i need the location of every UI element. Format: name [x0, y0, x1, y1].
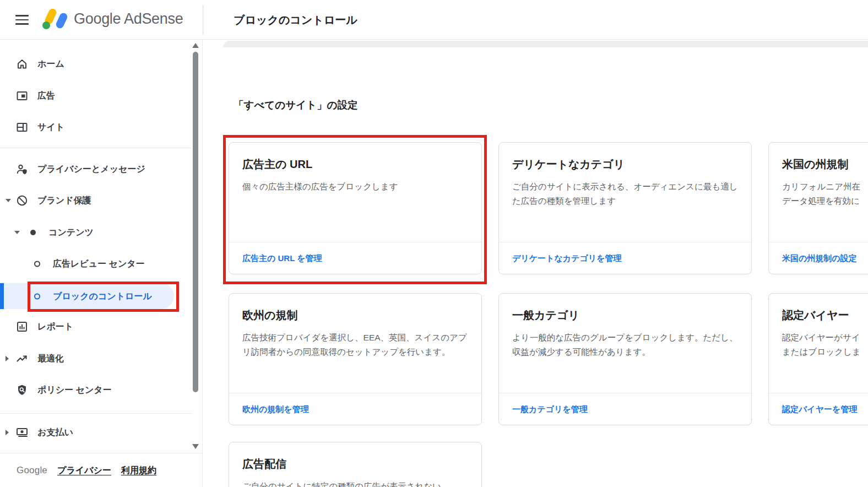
sidebar-item-sites[interactable]: サイト — [0, 112, 192, 143]
card-description: ご自分のサイトに表示される、オーディエンスに最も適した広告の種類を管理します — [512, 180, 738, 208]
collapse-caret-icon[interactable] — [6, 199, 11, 202]
sidebar-divider — [0, 413, 192, 414]
card-title: 米国の州規制 — [782, 157, 868, 172]
sidebar-item-label: 最適化 — [37, 353, 64, 365]
sidebar-item-policy-center[interactable]: ポリシー センター — [0, 375, 192, 405]
expand-caret-icon[interactable] — [6, 430, 9, 435]
sidebar-item-label: ブロックのコントロール — [53, 291, 152, 302]
app-name: Google AdSense — [74, 10, 183, 28]
content-dot-icon — [26, 226, 40, 239]
card-description: 個々の広告主様の広告をブロックします — [242, 180, 468, 194]
sidebar-item-label: お支払い — [37, 427, 73, 439]
header-divider — [203, 5, 203, 35]
adsense-logo-icon — [42, 7, 70, 33]
app-header: Google AdSense ブロックのコントロール — [0, 0, 868, 40]
google-brand-text: Google — [17, 465, 47, 476]
card-title: 広告配信 — [242, 457, 468, 472]
scrollbar-down-arrow[interactable] — [192, 444, 199, 449]
card-us-state-regulations: 米国の州規制 カリフォルニア州在 データ処理を有効に 米国の州規制の設定 — [768, 142, 868, 274]
sidebar-item-content[interactable]: コンテンツ — [0, 217, 192, 248]
sidebar-item-label: サイト — [37, 122, 64, 133]
menu-icon[interactable] — [15, 15, 29, 25]
sidebar-footer-divider — [0, 453, 203, 453]
terms-link[interactable]: 利用規約 — [121, 465, 156, 477]
card-title: 認定バイヤー — [782, 308, 868, 323]
card-european-regulations: 欧州の規制 広告技術プロバイダを選択し、EEA、英国、スイスのアプリ訪問者からの… — [229, 293, 482, 425]
card-footer: 一般カテゴリを管理 — [499, 393, 751, 425]
us-state-regulations-settings-link[interactable]: 米国の州規制の設定 — [782, 253, 857, 264]
card-title: デリケートなカテゴリ — [512, 157, 738, 172]
policy-center-icon — [15, 383, 29, 397]
sidebar-item-label: プライバシーとメッセージ — [37, 164, 145, 175]
card-footer: 米国の州規制の設定 — [769, 242, 868, 274]
manage-general-categories-link[interactable]: 一般カテゴリを管理 — [512, 404, 588, 415]
sidebar-item-ad-review-center[interactable]: 広告レビュー センター — [0, 248, 192, 279]
sidebar-item-home[interactable]: ホーム — [0, 48, 192, 79]
payments-icon — [15, 426, 29, 439]
main-content: 「すべてのサイト」の設定 広告主の URL 個々の広告主様の広告をブロックします… — [203, 40, 868, 487]
sidebar-item-label: 広告 — [37, 90, 55, 102]
sidebar-item-reports[interactable]: レポート — [0, 311, 192, 342]
sidebar-item-brand-safety[interactable]: ブランド保護 — [0, 185, 192, 216]
card-sensitive-categories: デリケートなカテゴリ ご自分のサイトに表示される、オーディエンスに最も適した広告… — [498, 142, 752, 274]
sidebar-item-privacy-messaging[interactable]: プライバシーとメッセージ — [0, 154, 192, 185]
sidebar-divider — [0, 148, 192, 148]
card-title: 一般カテゴリ — [512, 308, 738, 323]
card-description: 認定バイヤーがサイ またはブロックしま — [782, 331, 868, 359]
manage-sensitive-categories-link[interactable]: デリケートなカテゴリを管理 — [512, 253, 622, 264]
card-description: より一般的な広告のグループをブロックします。ただし、収益が減少する可能性がありま… — [512, 331, 738, 359]
circle-bullet-icon — [34, 294, 40, 300]
optimization-icon — [15, 352, 29, 365]
card-title: 欧州の規制 — [242, 308, 468, 323]
card-certified-buyers: 認定バイヤー 認定バイヤーがサイ またはブロックしま 認定バイヤーを管理 — [768, 293, 868, 425]
scrollbar-up-arrow[interactable] — [192, 43, 199, 48]
card-advertiser-urls: 広告主の URL 個々の広告主様の広告をブロックします 広告主の URL を管理 — [229, 142, 482, 274]
content-top-strip — [223, 41, 868, 47]
sidebar-item-label: コンテンツ — [48, 227, 94, 239]
card-footer: 認定バイヤーを管理 — [769, 393, 868, 425]
card-description: カリフォルニア州在 データ処理を有効に — [782, 180, 868, 208]
sidebar-item-label: ポリシー センター — [37, 385, 112, 396]
privacy-messaging-icon — [15, 163, 29, 176]
scrollbar-thumb[interactable] — [193, 52, 198, 392]
privacy-link[interactable]: プライバシー — [57, 465, 111, 477]
sidebar-item-label: レポート — [37, 321, 73, 333]
reports-icon — [15, 320, 29, 333]
brand-safety-icon — [15, 194, 29, 207]
card-description: ご自分のサイトに特定の種類の広告が表示されない — [242, 479, 468, 487]
card-footer: 広告主の URL を管理 — [229, 242, 481, 274]
manage-european-regulations-link[interactable]: 欧州の規制を管理 — [242, 404, 309, 415]
sidebar-footer: Google プライバシー 利用規約 — [17, 461, 156, 480]
sites-icon — [15, 121, 29, 134]
card-description: 広告技術プロバイダを選択し、EEA、英国、スイスのアプリ訪問者からの同意取得のセ… — [242, 331, 468, 359]
card-ad-serving: 広告配信 ご自分のサイトに特定の種類の広告が表示されない — [229, 442, 482, 487]
sidebar-item-label: ホーム — [37, 58, 64, 70]
sidebar: ホーム 広告 サイト プライバシーとメッセージ ブランド保護 コンテンツ — [0, 40, 203, 487]
card-title: 広告主の URL — [242, 157, 468, 172]
sidebar-item-optimization[interactable]: 最適化 — [0, 343, 192, 374]
circle-bullet-icon — [34, 261, 40, 267]
manage-certified-buyers-link[interactable]: 認定バイヤーを管理 — [782, 404, 857, 415]
sidebar-item-ads[interactable]: 広告 — [0, 80, 192, 111]
home-icon — [15, 57, 29, 71]
sidebar-item-blocking-controls[interactable]: ブロックのコントロール — [0, 281, 192, 312]
page-title: ブロックのコントロール — [234, 13, 357, 28]
sidebar-item-label: 広告レビュー センター — [53, 258, 145, 270]
sidebar-item-payments[interactable]: お支払い — [0, 417, 192, 448]
ads-icon — [15, 89, 29, 102]
manage-advertiser-urls-link[interactable]: 広告主の URL を管理 — [242, 253, 322, 264]
card-footer: 欧州の規制を管理 — [229, 393, 481, 425]
section-title: 「すべてのサイト」の設定 — [234, 98, 357, 112]
card-general-categories: 一般カテゴリ より一般的な広告のグループをブロックします。ただし、収益が減少する… — [498, 293, 752, 425]
sidebar-item-label: ブランド保護 — [37, 195, 91, 207]
expand-caret-icon[interactable] — [6, 356, 9, 361]
card-footer: デリケートなカテゴリを管理 — [499, 242, 751, 274]
collapse-caret-icon[interactable] — [14, 231, 20, 234]
